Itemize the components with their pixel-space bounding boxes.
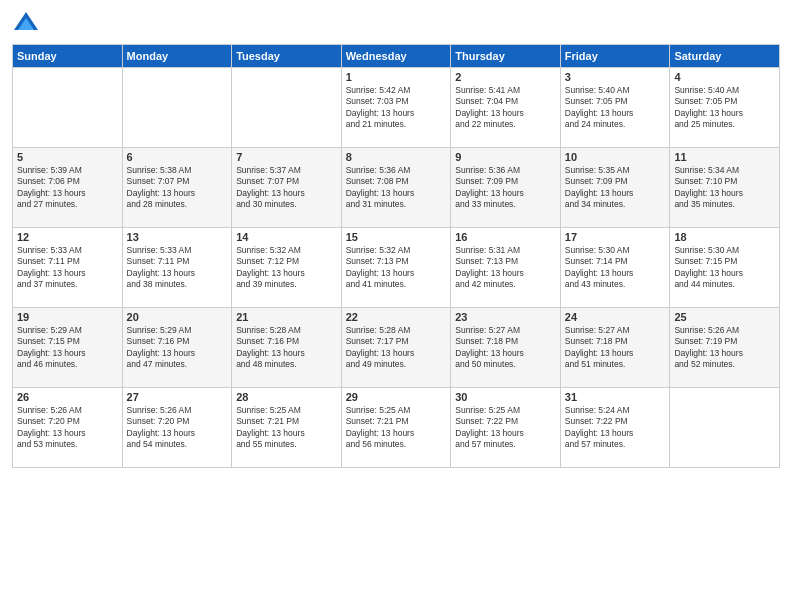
day-number: 25 bbox=[674, 311, 775, 323]
day-number: 29 bbox=[346, 391, 447, 403]
day-info: Sunrise: 5:40 AM Sunset: 7:05 PM Dayligh… bbox=[674, 85, 775, 131]
calendar-cell: 28Sunrise: 5:25 AM Sunset: 7:21 PM Dayli… bbox=[232, 388, 342, 468]
day-number: 11 bbox=[674, 151, 775, 163]
calendar-week: 5Sunrise: 5:39 AM Sunset: 7:06 PM Daylig… bbox=[13, 148, 780, 228]
calendar-cell: 4Sunrise: 5:40 AM Sunset: 7:05 PM Daylig… bbox=[670, 68, 780, 148]
day-info: Sunrise: 5:41 AM Sunset: 7:04 PM Dayligh… bbox=[455, 85, 556, 131]
day-number: 16 bbox=[455, 231, 556, 243]
calendar-header: SundayMondayTuesdayWednesdayThursdayFrid… bbox=[13, 45, 780, 68]
calendar-cell: 9Sunrise: 5:36 AM Sunset: 7:09 PM Daylig… bbox=[451, 148, 561, 228]
day-info: Sunrise: 5:25 AM Sunset: 7:21 PM Dayligh… bbox=[346, 405, 447, 451]
calendar-cell: 10Sunrise: 5:35 AM Sunset: 7:09 PM Dayli… bbox=[560, 148, 670, 228]
calendar-cell: 29Sunrise: 5:25 AM Sunset: 7:21 PM Dayli… bbox=[341, 388, 451, 468]
day-info: Sunrise: 5:26 AM Sunset: 7:19 PM Dayligh… bbox=[674, 325, 775, 371]
calendar-cell: 23Sunrise: 5:27 AM Sunset: 7:18 PM Dayli… bbox=[451, 308, 561, 388]
calendar-cell bbox=[232, 68, 342, 148]
day-info: Sunrise: 5:36 AM Sunset: 7:09 PM Dayligh… bbox=[455, 165, 556, 211]
calendar-cell bbox=[122, 68, 232, 148]
calendar-cell: 11Sunrise: 5:34 AM Sunset: 7:10 PM Dayli… bbox=[670, 148, 780, 228]
calendar-cell: 2Sunrise: 5:41 AM Sunset: 7:04 PM Daylig… bbox=[451, 68, 561, 148]
day-info: Sunrise: 5:26 AM Sunset: 7:20 PM Dayligh… bbox=[127, 405, 228, 451]
header-day: Wednesday bbox=[341, 45, 451, 68]
day-number: 18 bbox=[674, 231, 775, 243]
calendar-cell: 26Sunrise: 5:26 AM Sunset: 7:20 PM Dayli… bbox=[13, 388, 123, 468]
calendar-week: 26Sunrise: 5:26 AM Sunset: 7:20 PM Dayli… bbox=[13, 388, 780, 468]
day-number: 9 bbox=[455, 151, 556, 163]
day-number: 23 bbox=[455, 311, 556, 323]
day-number: 31 bbox=[565, 391, 666, 403]
day-number: 2 bbox=[455, 71, 556, 83]
day-number: 4 bbox=[674, 71, 775, 83]
calendar-cell: 14Sunrise: 5:32 AM Sunset: 7:12 PM Dayli… bbox=[232, 228, 342, 308]
header-day: Sunday bbox=[13, 45, 123, 68]
day-info: Sunrise: 5:25 AM Sunset: 7:21 PM Dayligh… bbox=[236, 405, 337, 451]
calendar-cell: 20Sunrise: 5:29 AM Sunset: 7:16 PM Dayli… bbox=[122, 308, 232, 388]
day-info: Sunrise: 5:30 AM Sunset: 7:14 PM Dayligh… bbox=[565, 245, 666, 291]
header-day: Monday bbox=[122, 45, 232, 68]
header bbox=[12, 10, 780, 38]
day-info: Sunrise: 5:39 AM Sunset: 7:06 PM Dayligh… bbox=[17, 165, 118, 211]
calendar-cell: 17Sunrise: 5:30 AM Sunset: 7:14 PM Dayli… bbox=[560, 228, 670, 308]
header-day: Tuesday bbox=[232, 45, 342, 68]
day-info: Sunrise: 5:42 AM Sunset: 7:03 PM Dayligh… bbox=[346, 85, 447, 131]
day-number: 6 bbox=[127, 151, 228, 163]
day-info: Sunrise: 5:36 AM Sunset: 7:08 PM Dayligh… bbox=[346, 165, 447, 211]
day-info: Sunrise: 5:31 AM Sunset: 7:13 PM Dayligh… bbox=[455, 245, 556, 291]
calendar-cell bbox=[13, 68, 123, 148]
day-info: Sunrise: 5:35 AM Sunset: 7:09 PM Dayligh… bbox=[565, 165, 666, 211]
day-info: Sunrise: 5:24 AM Sunset: 7:22 PM Dayligh… bbox=[565, 405, 666, 451]
calendar-cell: 12Sunrise: 5:33 AM Sunset: 7:11 PM Dayli… bbox=[13, 228, 123, 308]
day-info: Sunrise: 5:26 AM Sunset: 7:20 PM Dayligh… bbox=[17, 405, 118, 451]
day-number: 30 bbox=[455, 391, 556, 403]
day-info: Sunrise: 5:33 AM Sunset: 7:11 PM Dayligh… bbox=[127, 245, 228, 291]
day-number: 22 bbox=[346, 311, 447, 323]
day-number: 8 bbox=[346, 151, 447, 163]
day-info: Sunrise: 5:40 AM Sunset: 7:05 PM Dayligh… bbox=[565, 85, 666, 131]
day-info: Sunrise: 5:34 AM Sunset: 7:10 PM Dayligh… bbox=[674, 165, 775, 211]
calendar-cell: 3Sunrise: 5:40 AM Sunset: 7:05 PM Daylig… bbox=[560, 68, 670, 148]
calendar-cell: 6Sunrise: 5:38 AM Sunset: 7:07 PM Daylig… bbox=[122, 148, 232, 228]
calendar-cell: 22Sunrise: 5:28 AM Sunset: 7:17 PM Dayli… bbox=[341, 308, 451, 388]
day-number: 7 bbox=[236, 151, 337, 163]
day-info: Sunrise: 5:28 AM Sunset: 7:17 PM Dayligh… bbox=[346, 325, 447, 371]
day-number: 3 bbox=[565, 71, 666, 83]
calendar-cell: 16Sunrise: 5:31 AM Sunset: 7:13 PM Dayli… bbox=[451, 228, 561, 308]
day-number: 10 bbox=[565, 151, 666, 163]
calendar-week: 19Sunrise: 5:29 AM Sunset: 7:15 PM Dayli… bbox=[13, 308, 780, 388]
day-info: Sunrise: 5:27 AM Sunset: 7:18 PM Dayligh… bbox=[455, 325, 556, 371]
calendar-page: SundayMondayTuesdayWednesdayThursdayFrid… bbox=[0, 0, 792, 612]
day-number: 13 bbox=[127, 231, 228, 243]
day-number: 5 bbox=[17, 151, 118, 163]
day-number: 12 bbox=[17, 231, 118, 243]
header-row: SundayMondayTuesdayWednesdayThursdayFrid… bbox=[13, 45, 780, 68]
day-number: 20 bbox=[127, 311, 228, 323]
calendar-cell: 15Sunrise: 5:32 AM Sunset: 7:13 PM Dayli… bbox=[341, 228, 451, 308]
header-day: Friday bbox=[560, 45, 670, 68]
day-info: Sunrise: 5:29 AM Sunset: 7:16 PM Dayligh… bbox=[127, 325, 228, 371]
day-info: Sunrise: 5:28 AM Sunset: 7:16 PM Dayligh… bbox=[236, 325, 337, 371]
calendar-body: 1Sunrise: 5:42 AM Sunset: 7:03 PM Daylig… bbox=[13, 68, 780, 468]
calendar-cell: 19Sunrise: 5:29 AM Sunset: 7:15 PM Dayli… bbox=[13, 308, 123, 388]
header-day: Saturday bbox=[670, 45, 780, 68]
calendar-table: SundayMondayTuesdayWednesdayThursdayFrid… bbox=[12, 44, 780, 468]
day-info: Sunrise: 5:25 AM Sunset: 7:22 PM Dayligh… bbox=[455, 405, 556, 451]
day-info: Sunrise: 5:32 AM Sunset: 7:12 PM Dayligh… bbox=[236, 245, 337, 291]
day-info: Sunrise: 5:27 AM Sunset: 7:18 PM Dayligh… bbox=[565, 325, 666, 371]
calendar-cell: 13Sunrise: 5:33 AM Sunset: 7:11 PM Dayli… bbox=[122, 228, 232, 308]
calendar-cell: 21Sunrise: 5:28 AM Sunset: 7:16 PM Dayli… bbox=[232, 308, 342, 388]
day-number: 27 bbox=[127, 391, 228, 403]
day-info: Sunrise: 5:33 AM Sunset: 7:11 PM Dayligh… bbox=[17, 245, 118, 291]
day-number: 15 bbox=[346, 231, 447, 243]
day-info: Sunrise: 5:32 AM Sunset: 7:13 PM Dayligh… bbox=[346, 245, 447, 291]
calendar-cell: 5Sunrise: 5:39 AM Sunset: 7:06 PM Daylig… bbox=[13, 148, 123, 228]
calendar-cell: 18Sunrise: 5:30 AM Sunset: 7:15 PM Dayli… bbox=[670, 228, 780, 308]
calendar-cell: 1Sunrise: 5:42 AM Sunset: 7:03 PM Daylig… bbox=[341, 68, 451, 148]
header-day: Thursday bbox=[451, 45, 561, 68]
day-number: 17 bbox=[565, 231, 666, 243]
calendar-cell: 25Sunrise: 5:26 AM Sunset: 7:19 PM Dayli… bbox=[670, 308, 780, 388]
day-number: 1 bbox=[346, 71, 447, 83]
day-info: Sunrise: 5:38 AM Sunset: 7:07 PM Dayligh… bbox=[127, 165, 228, 211]
logo-icon bbox=[12, 10, 40, 38]
day-number: 28 bbox=[236, 391, 337, 403]
calendar-week: 1Sunrise: 5:42 AM Sunset: 7:03 PM Daylig… bbox=[13, 68, 780, 148]
